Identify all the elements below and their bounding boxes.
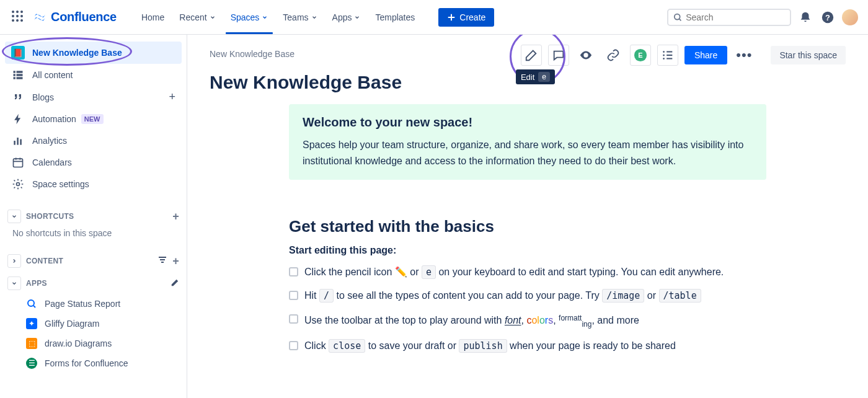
sidebar-blogs[interactable]: Blogs + (5, 86, 182, 108)
sidebar-space-label: New Knowledge Base (32, 48, 122, 58)
welcome-panel: Welcome to your new space! Spaces help y… (289, 104, 766, 180)
sidebar-app-gliffy[interactable]: ✦ Gliffy Diagram (5, 314, 182, 334)
kbd-slash: / (319, 289, 334, 303)
notifications-icon[interactable] (797, 9, 813, 25)
outline-button[interactable] (657, 45, 678, 66)
sidebar: 📕 New Knowledge Base All content Blogs +… (0, 35, 187, 398)
sidebar-space-settings[interactable]: Space settings (5, 174, 182, 195)
svg-point-2 (20, 11, 23, 13)
sidebar-automation[interactable]: Automation NEW (5, 108, 182, 130)
comment-icon (552, 48, 565, 62)
sidebar-app-forms[interactable]: ☰ Forms for Confluence (5, 353, 182, 373)
add-blog-icon[interactable]: + (169, 91, 175, 104)
checkbox[interactable] (289, 291, 298, 300)
link-button[interactable] (603, 45, 624, 66)
svg-rect-17 (17, 77, 23, 79)
svg-rect-14 (14, 77, 16, 79)
basics-heading: Get started with the basics (289, 217, 766, 236)
colors-sample: colors (526, 316, 553, 326)
code-image: /image (602, 289, 644, 303)
task-row: Hit / to see all the types of content yo… (289, 288, 766, 303)
svg-rect-15 (17, 71, 23, 73)
gear-icon (11, 178, 25, 190)
code-publish: publish (459, 339, 507, 353)
svg-rect-18 (14, 141, 16, 145)
page-actions: Edit e E Share ••• Star this space (521, 45, 846, 66)
search-input[interactable] (686, 12, 785, 22)
checkbox[interactable] (289, 314, 298, 324)
basics-subheading: Start editing this page: (289, 245, 766, 256)
sidebar-apps-header[interactable]: APPS (5, 272, 182, 294)
edit-button[interactable] (521, 45, 542, 66)
nav-templates[interactable]: Templates (369, 9, 421, 26)
help-icon[interactable]: ? (820, 9, 836, 25)
basics-section: Get started with the basics Start editin… (289, 217, 766, 353)
star-space-button[interactable]: Star this space (771, 46, 846, 64)
nav-apps[interactable]: Apps (326, 9, 367, 26)
sidebar-content-header[interactable]: CONTENT + (5, 249, 182, 272)
svg-text:E: E (638, 51, 642, 59)
nav-recent[interactable]: Recent (173, 9, 221, 26)
kbd-e: e (422, 265, 436, 279)
svg-point-9 (675, 14, 680, 19)
checkbox[interactable] (289, 267, 298, 276)
nav-spaces[interactable]: Spaces (224, 9, 275, 26)
svg-point-4 (16, 15, 19, 17)
topnav-left: Confluence Home Recent Spaces Teams Apps… (10, 8, 494, 27)
checkbox[interactable] (289, 341, 298, 350)
presence-indicator[interactable]: E (630, 45, 651, 66)
nav-teams[interactable]: Teams (277, 9, 323, 26)
svg-rect-16 (17, 74, 23, 76)
more-actions-button[interactable]: ••• (733, 47, 755, 63)
chevron-down-icon (262, 14, 268, 20)
chevron-down-icon[interactable] (7, 276, 21, 290)
add-content-icon[interactable]: + (172, 255, 179, 268)
svg-point-26 (663, 51, 665, 53)
forms-icon: ☰ (26, 358, 37, 369)
sidebar-app-drawio[interactable]: ⬚ draw.io Diagrams (5, 334, 182, 353)
filter-icon[interactable] (157, 255, 167, 268)
nav-home[interactable]: Home (135, 9, 170, 26)
svg-point-0 (12, 11, 14, 13)
task-row: Click the pencil icon ✏️ or e on your ke… (289, 265, 766, 280)
share-button[interactable]: Share (684, 46, 727, 64)
calendar-icon (11, 156, 25, 169)
app-switcher-icon[interactable] (10, 9, 25, 26)
chevron-right-icon[interactable] (7, 254, 21, 268)
comment-button[interactable] (548, 45, 569, 66)
font-sample: font (505, 316, 521, 326)
page-body: Welcome to your new space! Spaces help y… (289, 104, 766, 353)
edit-apps-icon[interactable] (170, 278, 179, 289)
presence-icon: E (634, 48, 647, 62)
chevron-down-icon (311, 14, 317, 20)
list-icon (11, 69, 25, 81)
svg-text:?: ? (825, 12, 830, 22)
welcome-body: Spaces help your team structure, organiz… (303, 137, 753, 169)
create-button[interactable]: Create (438, 8, 494, 27)
svg-point-5 (20, 15, 23, 17)
chevron-down-icon[interactable] (7, 210, 21, 223)
task-row: Use the toolbar at the top to play aroun… (289, 312, 766, 330)
drawio-icon: ⬚ (26, 338, 37, 349)
sidebar-shortcuts-header[interactable]: SHORTCUTS + (5, 205, 182, 227)
main-content: New Knowledge Base Edit e E Sha (187, 35, 868, 398)
sidebar-calendars[interactable]: Calendars (5, 152, 182, 173)
sidebar-analytics[interactable]: Analytics (5, 130, 182, 151)
new-badge: NEW (81, 114, 104, 124)
svg-point-7 (16, 19, 19, 22)
watch-button[interactable] (575, 45, 596, 66)
search-box[interactable] (667, 9, 791, 26)
edit-tooltip: Edit e (516, 69, 555, 84)
sidebar-space-title[interactable]: 📕 New Knowledge Base (5, 42, 182, 64)
shortcuts-empty: No shortcuts in this space (5, 227, 182, 244)
confluence-logo[interactable]: Confluence (32, 10, 117, 25)
sidebar-all-content[interactable]: All content (5, 64, 182, 86)
breadcrumb[interactable]: New Knowledge Base (210, 49, 294, 59)
gliffy-icon: ✦ (26, 318, 37, 329)
space-icon: 📕 (11, 46, 25, 60)
user-avatar[interactable] (842, 9, 858, 25)
sidebar-app-page-status[interactable]: Page Status Report (5, 294, 182, 314)
add-shortcut-icon[interactable]: + (172, 210, 179, 223)
svg-point-22 (17, 183, 20, 186)
quote-icon (11, 91, 25, 104)
